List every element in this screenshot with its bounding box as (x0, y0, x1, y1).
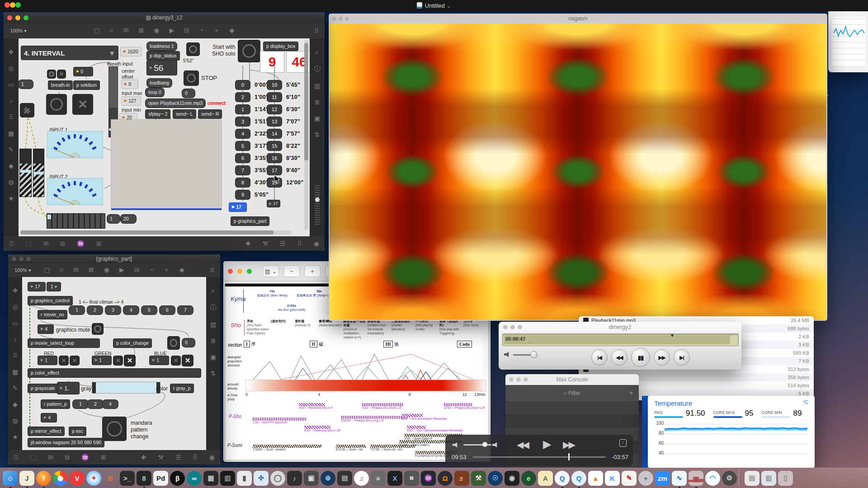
columns-icon[interactable]: ▥ (210, 321, 216, 328)
timing-row[interactable]: 95'05" (236, 190, 269, 199)
quicktime[interactable]: Q (555, 471, 570, 486)
quicktime7[interactable]: Q (571, 471, 586, 486)
view-menu-button[interactable]: ▥ ⌄ (263, 265, 279, 277)
build-app[interactable]: ⚒ (471, 471, 486, 486)
timing-row[interactable]: 63'35" (236, 153, 269, 163)
blue-x-1[interactable]: ✕ (171, 356, 180, 365)
safari[interactable]: ✦ (86, 471, 101, 486)
list-icon[interactable]: ≣ (315, 99, 320, 106)
plugin-icon[interactable]: ◆ (13, 401, 18, 408)
disk-utility[interactable]: + (638, 471, 653, 486)
columns2-icon[interactable]: ☰ (175, 454, 181, 461)
panel-icon[interactable]: ▭ (12, 319, 18, 327)
cube-app[interactable]: ▦ (203, 471, 218, 486)
bbedit[interactable]: B (103, 471, 118, 486)
chrome[interactable]: ◉ (53, 471, 68, 486)
play-button[interactable]: ▶ (543, 438, 551, 450)
gray-p-receive[interactable]: r gray_p (170, 384, 193, 393)
delete-icon[interactable]: ⊠ (139, 27, 144, 35)
x-app[interactable]: X (387, 471, 402, 486)
gray-color-slider[interactable] (92, 382, 160, 393)
terminal[interactable]: >_ (120, 471, 135, 486)
small-x-button[interactable]: ✕ (57, 70, 66, 78)
open-message[interactable]: open Playback11min.mp3 (146, 99, 205, 108)
breath-in-object[interactable]: breath-in (48, 81, 72, 89)
timing-row[interactable]: 84'30" (236, 178, 269, 187)
number-box-1620[interactable]: 1620 (121, 47, 141, 56)
vizzie-icon[interactable]: ◍ (8, 178, 14, 186)
esc-subpatch[interactable]: p esc (69, 427, 86, 436)
columns-icon[interactable]: ▥ (314, 82, 320, 89)
green-x-big[interactable]: ✕ (124, 355, 135, 366)
earth-app[interactable]: ☉ (488, 471, 503, 486)
comment-icon[interactable]: ✉ (123, 27, 129, 35)
qt-volume-knob[interactable] (530, 351, 538, 358)
red-x-2[interactable]: ✕ (70, 356, 79, 365)
grid-icon[interactable]: ⊞ (101, 454, 106, 461)
patch-icon[interactable]: ✚ (245, 240, 251, 247)
send-l-object[interactable]: send~ L (173, 110, 196, 118)
mixer-icon[interactable]: ⇅ (211, 370, 216, 377)
jitter-icon[interactable]: ▦ (8, 130, 14, 137)
panel-icon[interactable]: ▭ (8, 81, 14, 88)
timing-row[interactable]: 105'45" (267, 80, 304, 89)
green-stepper[interactable]: 1 (92, 356, 111, 365)
play-icon[interactable]: ▶ (170, 27, 175, 35)
delete-icon[interactable]: ⊠ (89, 266, 94, 274)
layers-icon[interactable]: ⧉ (65, 454, 70, 461)
eight-app[interactable]: 8 (137, 471, 151, 486)
mixer-icon[interactable]: ⇅ (315, 131, 320, 138)
mic-button[interactable]: 🎤︎ (20, 103, 34, 117)
zero-message[interactable]: 0 (182, 89, 195, 98)
send-r-object[interactable]: send~ R (198, 110, 222, 118)
guitar-app[interactable]: ♬ (454, 471, 469, 486)
e-app[interactable]: e (521, 471, 536, 486)
select-icon[interactable]: ⬚ (26, 240, 32, 248)
matrix-col-box[interactable]: 20 (121, 215, 136, 223)
blue-x-big[interactable]: ✕ (182, 355, 193, 366)
firefox[interactable]: f (36, 471, 51, 486)
dsp-status-subpatch[interactable]: p dsp_status (147, 52, 179, 60)
timing-row[interactable]: 147'57" (267, 129, 304, 138)
waffle-icon[interactable]: ⠿ (297, 240, 302, 247)
patch-icon[interactable]: ✚ (141, 454, 146, 461)
object-box-icon[interactable]: ▢ (94, 27, 100, 35)
start-button[interactable] (238, 40, 260, 62)
qlab[interactable]: ◯ (270, 471, 285, 486)
color-effect-subpatch[interactable]: p color_effect (28, 369, 201, 377)
extensions-icon[interactable]: ⠿ (210, 267, 215, 274)
propeller-app[interactable]: ✣ (254, 471, 269, 486)
lock-icon[interactable]: ⚿ (14, 454, 19, 461)
dock-separator[interactable] (739, 469, 743, 487)
message-icon[interactable]: ⌗ (110, 27, 113, 35)
qt-playhead[interactable]: ▼ (670, 333, 675, 338)
loop-box[interactable]: loop 0 (146, 88, 164, 97)
level-slider-2[interactable] (33, 149, 44, 197)
notes-app[interactable]: J (19, 471, 34, 486)
grayscale-subpatch[interactable]: p grayscale (28, 384, 58, 393)
select-icon[interactable]: ⬚ (30, 454, 36, 461)
capture-app[interactable]: ◉ (505, 471, 519, 486)
mute-icon[interactable] (453, 442, 459, 448)
movie-select-button[interactable]: 5 (142, 306, 157, 314)
clip-icon[interactable]: ✎ (13, 385, 18, 392)
fast-forward-button[interactable]: ▶▶ (563, 439, 574, 450)
mirror-effect-subpatch[interactable]: p mirror_effect (28, 427, 64, 436)
info-icon[interactable]: ⓘ (210, 304, 217, 312)
snapshot-icon[interactable]: ▣ (314, 115, 320, 122)
stop-button[interactable] (184, 71, 198, 85)
resize-grip[interactable]: ⋰ (734, 362, 739, 367)
chevron-down-icon[interactable]: ⌄ (446, 2, 451, 9)
grayscale-number[interactable]: 1. (57, 382, 79, 394)
matrix-icon[interactable]: ⠿ (9, 113, 13, 121)
sekibun-number[interactable]: 0 (74, 67, 93, 76)
go-to-start-button[interactable]: |◀ (591, 349, 608, 366)
comment2-icon[interactable]: ✉ (48, 454, 53, 461)
rewind-button[interactable]: ◀◀ (517, 439, 528, 450)
grid-icon[interactable]: ⊞ (96, 240, 102, 248)
tools-icon[interactable]: ⚒ (262, 240, 268, 247)
minimized-window-2[interactable]: ▥ (761, 471, 776, 486)
list-icon[interactable]: ≣ (211, 337, 216, 344)
timing-row[interactable]: 1912'00" (267, 178, 304, 187)
play-icon[interactable]: ▶ (119, 266, 124, 274)
